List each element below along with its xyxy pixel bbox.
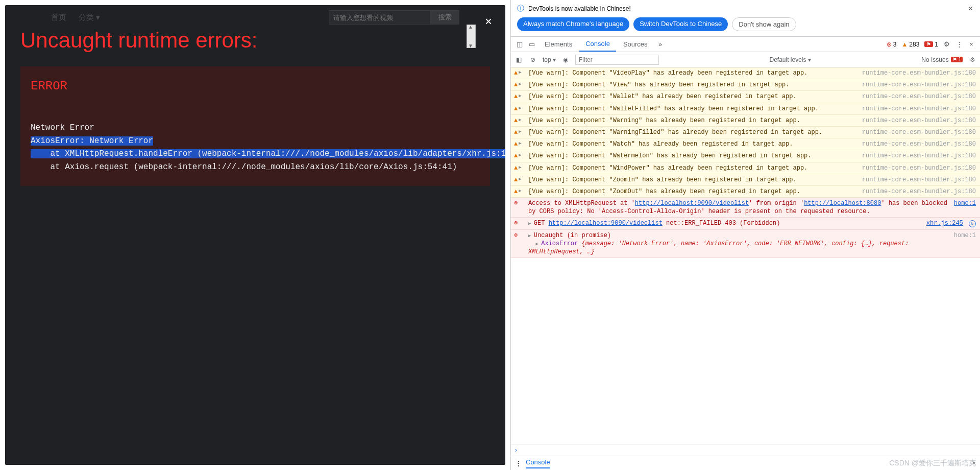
drawer-tab-console[interactable]: Console [526,458,550,468]
warning-message: [Vue warn]: Component "Watermelon" has a… [528,152,858,160]
console-warning-row[interactable]: ▲▶[Vue warn]: Component "WalletFilled" h… [511,103,980,115]
language-notice: ⓘ DevTools is now available in Chinese! … [511,0,980,15]
close-icon[interactable]: × [485,14,492,29]
warning-message: [Vue warn]: Component "ZoomOut" has alre… [528,187,858,196]
console-warning-row[interactable]: ▲▶[Vue warn]: Component "VideoPlay" has … [511,67,980,79]
flag-count[interactable]: ⚑1 [924,41,938,48]
app-nav: 首页 分类 ▾ 搜索 [5,5,505,30]
notice-text: DevTools is now available in Chinese! [528,5,631,12]
source-link[interactable]: runtime-core.esm-bundler.js:180 [862,128,976,136]
watermark: CSDN @爱你三千遍斯塔克 [889,459,976,468]
info-icon: ⓘ [517,4,524,13]
warning-count[interactable]: ▲283 [901,41,919,48]
source-link[interactable]: home:1 [954,199,976,216]
tab-console[interactable]: Console [579,37,616,52]
source-link[interactable]: runtime-core.esm-bundler.js:180 [862,187,976,196]
warning-message: [Vue warn]: Component "Wallet" has alrea… [528,92,858,101]
devtools-panel: ⓘ DevTools is now available in Chinese! … [510,0,980,470]
console-warning-row[interactable]: ▲▶[Vue warn]: Component "WindPower" has … [511,162,980,174]
error-panel: ERROR Network Error AxiosError: Network … [20,66,490,186]
console-warning-row[interactable]: ▲▶[Vue warn]: Component "Wallet" has alr… [511,91,980,103]
error-line: Network Error [31,123,94,132]
issues-indicator[interactable]: No Issues ⚑ 1 [921,56,963,63]
console-error-row[interactable]: ⊗Access to XMLHttpRequest at 'http://loc… [511,198,980,218]
source-link[interactable]: runtime-core.esm-bundler.js:180 [862,152,976,160]
runtime-errors-title: Uncaught runtime errors: [20,28,258,53]
tab-elements[interactable]: Elements [538,37,578,52]
source-link[interactable]: runtime-core.esm-bundler.js:180 [862,69,976,77]
inspect-icon[interactable]: ◫ [514,40,525,48]
warning-message: [Vue warn]: Component "Watch" has alread… [528,140,858,148]
kebab-icon[interactable]: ⋮ [953,40,965,48]
gear-icon[interactable]: ⚙ [968,56,977,63]
source-link[interactable]: runtime-core.esm-bundler.js:180 [862,140,976,148]
error-message: ▶ Uncaught (in promise) ▶ AxiosError {me… [528,231,950,256]
warning-message: [Vue warn]: Component "Warning" has alre… [528,116,858,125]
gear-icon[interactable]: ⚙ [941,40,952,48]
pill-match-language[interactable]: Always match Chrome's language [517,17,629,31]
clear-console-icon[interactable]: ⊘ [528,56,537,63]
error-message: ▶ GET http://localhost:9090/videolist ne… [528,219,922,227]
scrollbar-mini[interactable] [467,25,476,48]
nav-category[interactable]: 分类 ▾ [79,13,100,22]
warning-message: [Vue warn]: Component "WindPower" has al… [528,164,858,172]
sidebar-toggle-icon[interactable]: ◧ [514,56,523,63]
warning-message: [Vue warn]: Component "WalletFilled" has… [528,105,858,113]
pill-dont-show[interactable]: Don't show again [732,17,796,31]
source-link[interactable]: xhr.js:245 ↻ [926,219,976,227]
log-levels-selector[interactable]: Default levels ▾ [769,56,811,63]
context-selector[interactable]: top ▾ [543,56,556,63]
source-link[interactable]: runtime-core.esm-bundler.js:180 [862,164,976,172]
eye-icon[interactable]: ◉ [561,56,570,63]
close-icon[interactable]: × [966,40,977,48]
error-line: at Axios.request (webpack-internal:///./… [31,162,457,172]
source-link[interactable]: home:1 [954,231,976,256]
source-link[interactable]: runtime-core.esm-bundler.js:180 [862,81,976,89]
source-link[interactable]: runtime-core.esm-bundler.js:180 [862,92,976,101]
nav-home[interactable]: 首页 [51,13,66,22]
tab-sources[interactable]: Sources [617,37,654,52]
search-button[interactable]: 搜索 [431,10,459,25]
kebab-icon[interactable]: ⋮ [515,459,522,467]
error-line-highlight: at XMLHttpRequest.handleError (webpack-i… [31,149,505,158]
console-warning-row[interactable]: ▲▶[Vue warn]: Component "ZoomOut" has al… [511,186,980,198]
error-heading: ERROR [31,77,480,96]
console-warning-row[interactable]: ▲▶[Vue warn]: Component "Watch" has alre… [511,138,980,150]
source-link[interactable]: runtime-core.esm-bundler.js:180 [862,176,976,184]
console-warning-row[interactable]: ▲▶[Vue warn]: Component "Watermelon" has… [511,150,980,162]
error-line-highlight: AxiosError: Network Error [31,136,153,146]
console-error-row[interactable]: ⊗▶ GET http://localhost:9090/videolist n… [511,218,980,229]
console-warning-row[interactable]: ▲▶[Vue warn]: Component "View" has alrea… [511,79,980,91]
warning-message: [Vue warn]: Component "ZoomIn" has alrea… [528,176,858,184]
more-tabs-icon[interactable]: » [655,40,666,48]
filter-input[interactable] [575,55,659,65]
search-input[interactable] [329,10,431,25]
console-log-area[interactable]: ▲▶[Vue warn]: Component "VideoPlay" has … [511,67,980,444]
source-link[interactable]: runtime-core.esm-bundler.js:180 [862,105,976,113]
error-count[interactable]: ⊗3 [887,41,897,48]
close-icon[interactable]: × [968,4,973,13]
devtools-tabs: ◫ ▭ Elements Console Sources » ⊗3 ▲283 ⚑… [511,37,980,52]
pill-switch-chinese[interactable]: Switch DevTools to Chinese [633,17,728,31]
app-viewport: 首页 分类 ▾ 搜索 4 1 2 Uncaught runtime errors… [0,0,510,470]
console-warning-row[interactable]: ▲▶[Vue warn]: Component "WarningFilled" … [511,127,980,138]
warning-message: [Vue warn]: Component "WarningFilled" ha… [528,128,858,136]
console-warning-row[interactable]: ▲▶[Vue warn]: Component "ZoomIn" has alr… [511,174,980,186]
warning-message: [Vue warn]: Component "View" has already… [528,81,858,89]
error-message: Access to XMLHttpRequest at 'http://loca… [528,199,950,216]
source-link[interactable]: runtime-core.esm-bundler.js:180 [862,116,976,125]
console-prompt[interactable]: › [511,444,980,456]
console-filter-bar: ◧ ⊘ top ▾ ◉ Default levels ▾ No Issues ⚑… [511,52,980,67]
device-toggle-icon[interactable]: ▭ [526,40,537,48]
console-warning-row[interactable]: ▲▶[Vue warn]: Component "Warning" has al… [511,115,980,127]
console-error-row[interactable]: ⊗▶ Uncaught (in promise) ▶ AxiosError {m… [511,230,980,258]
warning-message: [Vue warn]: Component "VideoPlay" has al… [528,69,858,77]
